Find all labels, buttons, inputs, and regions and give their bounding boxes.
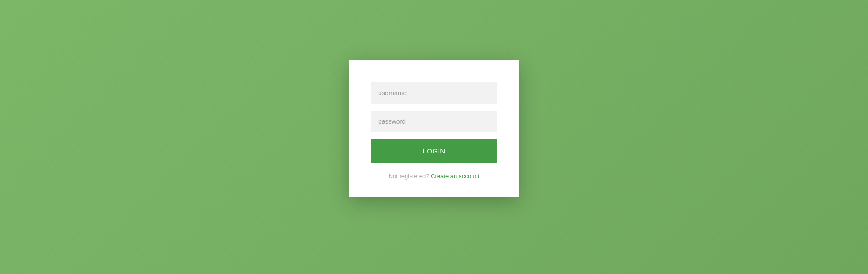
login-card: LOGIN Not registered? Create an account — [349, 60, 519, 197]
register-prompt-text: Not registered? — [389, 173, 431, 180]
login-button[interactable]: LOGIN — [371, 139, 497, 163]
create-account-link[interactable]: Create an account — [431, 173, 479, 180]
register-prompt-container: Not registered? Create an account — [371, 173, 497, 180]
password-input[interactable] — [371, 111, 497, 132]
username-input[interactable] — [371, 82, 497, 104]
